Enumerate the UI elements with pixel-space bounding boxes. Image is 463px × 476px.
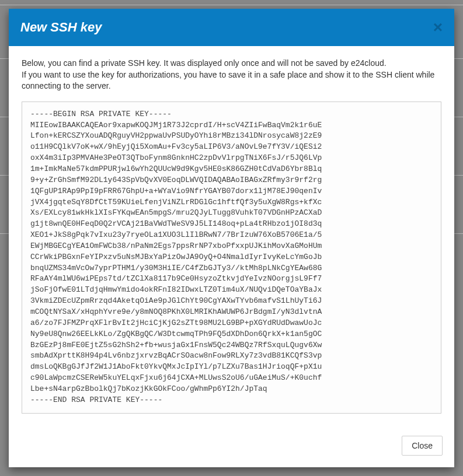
close-button[interactable]: Close [402,436,443,456]
modal-body: Below, you can find a private SSH key. I… [9,46,454,426]
intro-line-2: If you want to use the key for authoriza… [22,70,434,91]
intro-text: Below, you can find a private SSH key. I… [22,58,441,92]
intro-line-1: Below, you can find a private SSH key. I… [22,58,387,68]
ssh-key-modal: New SSH key × Below, you can find a priv… [9,9,454,467]
ssh-private-key[interactable]: -----BEGIN RSA PRIVATE KEY----- MIIEowIB… [22,102,441,414]
close-icon[interactable]: × [433,19,443,36]
modal-header: New SSH key × [9,9,454,46]
modal-footer: Close [9,426,454,467]
modal-title: New SSH key [20,20,102,35]
